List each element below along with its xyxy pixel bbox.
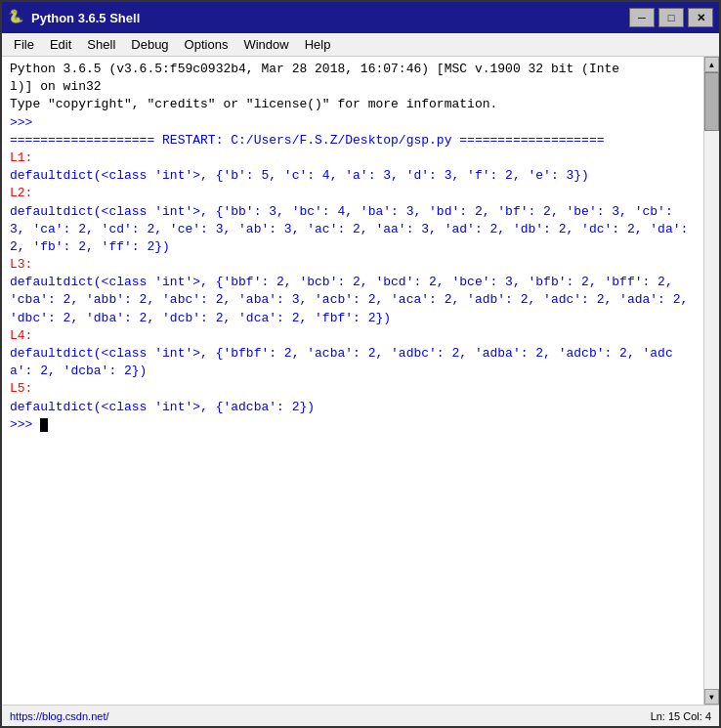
output-l4: defaultdict(<class 'int'>, {'bfbf': 2, '… bbox=[10, 345, 696, 380]
scrollbar-up-button[interactable]: ▲ bbox=[704, 57, 719, 72]
maximize-button[interactable]: □ bbox=[658, 8, 684, 27]
status-position: Ln: 15 Col: 4 bbox=[651, 710, 711, 722]
window-controls: ─ □ ✕ bbox=[629, 8, 713, 27]
header-line1: Python 3.6.5 (v3.6.5:f59c0932b4, Mar 28 … bbox=[10, 61, 696, 78]
output-l1: defaultdict(<class 'int'>, {'b': 5, 'c':… bbox=[10, 167, 696, 185]
title-bar-left: 🐍 Python 3.6.5 Shell bbox=[8, 9, 140, 26]
minimize-button[interactable]: ─ bbox=[629, 8, 655, 27]
title-bar: 🐍 Python 3.6.5 Shell ─ □ ✕ bbox=[2, 2, 719, 33]
menu-edit[interactable]: Edit bbox=[42, 35, 79, 54]
header-line2: l)] on win32 bbox=[10, 78, 696, 96]
menu-shell[interactable]: Shell bbox=[79, 35, 123, 54]
final-prompt: >>> bbox=[10, 416, 696, 434]
menu-bar: File Edit Shell Debug Options Window Hel… bbox=[2, 33, 719, 57]
menu-debug[interactable]: Debug bbox=[123, 35, 176, 54]
status-bar: https://blog.csdn.net/ Ln: 15 Col: 4 bbox=[2, 705, 719, 726]
label-l3: L3: bbox=[10, 256, 696, 274]
scrollbar-down-button[interactable]: ▼ bbox=[704, 689, 719, 705]
menu-help[interactable]: Help bbox=[297, 35, 339, 54]
close-button[interactable]: ✕ bbox=[688, 8, 713, 27]
scrollbar-track-area[interactable] bbox=[704, 72, 719, 689]
label-l4: L4: bbox=[10, 327, 696, 345]
output-l2: defaultdict(<class 'int'>, {'bb': 3, 'bc… bbox=[10, 203, 696, 257]
menu-options[interactable]: Options bbox=[177, 35, 236, 54]
prompt1: >>> bbox=[10, 114, 696, 132]
restart-separator: =================== RESTART: C:/Users/F.… bbox=[10, 132, 696, 150]
scrollbar[interactable]: ▲ ▼ bbox=[703, 57, 719, 705]
output-l3: defaultdict(<class 'int'>, {'bbf': 2, 'b… bbox=[10, 274, 696, 327]
python-icon: 🐍 bbox=[8, 9, 25, 26]
menu-file[interactable]: File bbox=[6, 35, 42, 54]
scrollbar-thumb[interactable] bbox=[704, 72, 719, 131]
main-window: 🐍 Python 3.6.5 Shell ─ □ ✕ File Edit She… bbox=[0, 0, 721, 728]
label-l5: L5: bbox=[10, 380, 696, 398]
window-title: Python 3.6.5 Shell bbox=[31, 11, 140, 25]
cursor bbox=[40, 418, 48, 432]
output-l5: defaultdict(<class 'int'>, {'adcba': 2}) bbox=[10, 399, 696, 416]
label-l1: L1: bbox=[10, 150, 696, 167]
menu-window[interactable]: Window bbox=[235, 35, 296, 54]
label-l2: L2: bbox=[10, 185, 696, 202]
shell-scroll[interactable]: Python 3.6.5 (v3.6.5:f59c0932b4, Mar 28 … bbox=[2, 57, 703, 705]
shell-wrapper: Python 3.6.5 (v3.6.5:f59c0932b4, Mar 28 … bbox=[2, 57, 719, 705]
header-line3: Type "copyright", "credits" or "license(… bbox=[10, 96, 696, 113]
status-url: https://blog.csdn.net/ bbox=[10, 710, 109, 722]
shell-content[interactable]: Python 3.6.5 (v3.6.5:f59c0932b4, Mar 28 … bbox=[2, 57, 703, 438]
